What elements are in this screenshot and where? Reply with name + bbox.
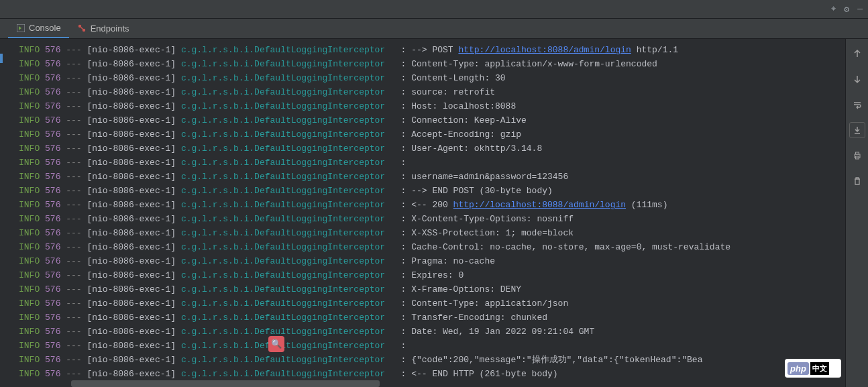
log-thread: [nio-8086-exec-1] <box>87 341 176 351</box>
log-pid: 576 <box>45 87 60 97</box>
print-button[interactable] <box>849 148 865 164</box>
tab-endpoints[interactable]: Endpoints <box>69 19 138 38</box>
console-output[interactable]: INFO 576 --- [nio-8086-exec-1] c.g.l.r.s… <box>0 39 845 387</box>
log-message: --> END POST (30-byte body) <box>411 186 553 196</box>
log-thread: [nio-8086-exec-1] <box>87 101 176 111</box>
tab-console[interactable]: Console <box>8 19 69 38</box>
log-colon: : <box>401 59 412 69</box>
log-thread: [nio-8086-exec-1] <box>87 87 176 97</box>
log-dash: --- <box>66 87 81 97</box>
log-logger: c.g.l.r.s.b.i.DefaultLoggingInterceptor <box>181 45 385 55</box>
log-level: INFO <box>19 327 40 337</box>
clear-all-button[interactable] <box>849 173 865 189</box>
log-thread: [nio-8086-exec-1] <box>87 59 176 69</box>
log-dash: --- <box>66 327 81 337</box>
log-logger: c.g.l.r.s.b.i.DefaultLoggingInterceptor <box>181 115 385 125</box>
watermark-logo: php 中文 <box>785 359 841 378</box>
log-thread: [nio-8086-exec-1] <box>87 298 176 309</box>
log-message-pre: <-- 200 <box>411 200 453 210</box>
log-level: INFO <box>19 369 40 379</box>
log-message: Accept-Encoding: gzip <box>411 129 521 140</box>
log-level: INFO <box>19 341 40 351</box>
log-line: INFO 576 --- [nio-8086-exec-1] c.g.l.r.s… <box>0 282 845 296</box>
svg-line-4 <box>80 27 83 29</box>
log-message-post: (111ms) <box>626 200 667 210</box>
down-stack-button[interactable] <box>849 71 865 87</box>
log-dash: --- <box>66 101 81 111</box>
log-thread: [nio-8086-exec-1] <box>87 327 176 337</box>
log-colon: : <box>401 115 412 125</box>
log-logger: c.g.l.r.s.b.i.DefaultLoggingInterceptor <box>181 158 385 168</box>
log-message: Connection: Keep-Alive <box>411 115 527 125</box>
target-icon[interactable]: ⌖ <box>831 4 836 14</box>
log-logger: c.g.l.r.s.b.i.DefaultLoggingInterceptor <box>181 186 385 196</box>
log-pid: 576 <box>45 256 60 266</box>
svg-marker-1 <box>19 26 21 30</box>
log-dash: --- <box>66 59 81 69</box>
log-pid: 576 <box>45 341 60 351</box>
horizontal-scrollbar-thumb[interactable] <box>71 380 380 387</box>
log-dash: --- <box>66 73 81 83</box>
log-level: INFO <box>19 228 40 238</box>
find-button[interactable]: 🔍 <box>268 336 284 352</box>
log-logger: c.g.l.r.s.b.i.DefaultLoggingInterceptor <box>181 214 385 224</box>
log-line: INFO 576 --- [nio-8086-exec-1] c.g.l.r.s… <box>0 113 845 127</box>
log-thread: [nio-8086-exec-1] <box>87 284 176 294</box>
log-pid: 576 <box>45 242 60 252</box>
log-line: INFO 576 --- [nio-8086-exec-1] c.g.l.r.s… <box>0 127 845 142</box>
log-level: INFO <box>19 284 40 294</box>
log-message: Pragma: no-cache <box>411 256 495 266</box>
log-level: INFO <box>19 87 40 97</box>
log-pid: 576 <box>45 129 60 140</box>
log-logger: c.g.l.r.s.b.i.DefaultLoggingInterceptor <box>181 73 385 83</box>
log-pid: 576 <box>45 327 60 337</box>
log-level: INFO <box>19 214 40 224</box>
log-logger: c.g.l.r.s.b.i.DefaultLoggingInterceptor <box>181 355 385 365</box>
log-colon: : <box>401 172 412 182</box>
log-colon: : <box>401 228 412 238</box>
log-dash: --- <box>66 270 81 280</box>
log-logger: c.g.l.r.s.b.i.DefaultLoggingInterceptor <box>181 284 385 294</box>
log-url-link[interactable]: http://localhost:8088/admin/login <box>458 45 631 55</box>
log-message: Expires: 0 <box>411 270 464 280</box>
log-colon: : <box>401 298 412 309</box>
gear-icon[interactable]: ⚙ <box>844 4 849 15</box>
log-dash: --- <box>66 129 81 140</box>
log-dash: --- <box>66 341 81 351</box>
log-logger: c.g.l.r.s.b.i.DefaultLoggingInterceptor <box>181 200 385 210</box>
log-dash: --- <box>66 186 81 196</box>
log-pid: 576 <box>45 101 60 111</box>
log-dash: --- <box>66 144 81 154</box>
log-message: Content-Type: application/x-www-form-url… <box>411 59 657 69</box>
log-logger: c.g.l.r.s.b.i.DefaultLoggingInterceptor <box>181 144 385 154</box>
scroll-to-end-button[interactable] <box>849 122 865 138</box>
title-bar: ⌖ ⚙ — <box>0 0 868 19</box>
log-dash: --- <box>66 369 81 379</box>
minimize-icon[interactable]: — <box>857 4 863 14</box>
log-line: INFO 576 --- [nio-8086-exec-1] c.g.l.r.s… <box>0 296 845 311</box>
log-thread: [nio-8086-exec-1] <box>87 45 176 55</box>
log-pid: 576 <box>45 284 60 294</box>
logo-php: php <box>788 362 809 375</box>
log-colon: : <box>401 158 412 168</box>
log-line: INFO 576 --- [nio-8086-exec-1] c.g.l.r.s… <box>0 254 845 268</box>
log-colon: : <box>401 256 412 266</box>
logo-cn: 中文 <box>810 362 829 375</box>
log-pid: 576 <box>45 228 60 238</box>
log-dash: --- <box>66 115 81 125</box>
log-pid: 576 <box>45 115 60 125</box>
log-line: INFO 576 --- [nio-8086-exec-1] c.g.l.r.s… <box>0 311 845 325</box>
log-colon: : <box>401 129 412 140</box>
log-colon: : <box>401 144 412 154</box>
soft-wrap-button[interactable] <box>849 97 865 113</box>
log-pid: 576 <box>45 355 60 365</box>
log-pid: 576 <box>45 313 60 323</box>
log-colon: : <box>401 242 412 252</box>
log-level: INFO <box>19 200 40 210</box>
content-pane: INFO 576 --- [nio-8086-exec-1] c.g.l.r.s… <box>0 39 868 387</box>
log-dash: --- <box>66 45 81 55</box>
log-logger: c.g.l.r.s.b.i.DefaultLoggingInterceptor <box>181 327 385 337</box>
log-url-link[interactable]: http://localhost:8088/admin/login <box>453 200 626 210</box>
log-logger: c.g.l.r.s.b.i.DefaultLoggingInterceptor <box>181 59 385 69</box>
up-stack-button[interactable] <box>849 46 865 62</box>
